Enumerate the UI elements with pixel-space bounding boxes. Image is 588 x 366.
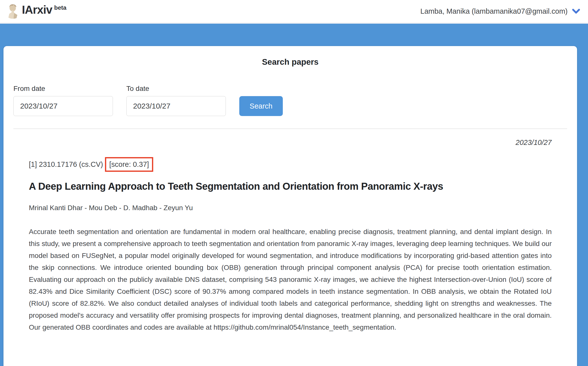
paper-id-label: [1] 2310.17176 (cs.CV) <box>29 160 103 169</box>
results-date-heading: 2023/10/27 <box>29 138 552 147</box>
search-card: Search papers From date To date Search 2… <box>3 46 577 366</box>
results-divider <box>13 128 567 129</box>
paper-entry: [1] 2310.17176 (cs.CV) [score: 0.37] A D… <box>29 157 552 333</box>
from-date-label: From date <box>13 85 113 93</box>
search-button[interactable]: Search <box>239 96 283 116</box>
app-header: IArxiv beta Lamba, Manika (lambamanika07… <box>0 0 588 22</box>
paper-title: A Deep Learning Approach to Teeth Segmen… <box>29 181 552 192</box>
to-date-label: To date <box>126 85 226 93</box>
brand-name: IArxiv <box>22 3 52 17</box>
page-background: Search papers From date To date Search 2… <box>0 24 588 366</box>
search-form: From date To date Search <box>13 85 567 116</box>
brand-beta-badge: beta <box>54 4 66 11</box>
from-date-input[interactable] <box>13 96 113 116</box>
paper-abstract: Accurate teeth segmentation and orientat… <box>29 226 552 333</box>
user-account-menu[interactable]: Lamba, Manika (lambamanika07@gmail.com) <box>420 7 581 16</box>
to-date-field: To date <box>126 85 226 116</box>
statue-bust-icon <box>5 3 19 20</box>
brand-logo[interactable]: IArxiv beta <box>5 3 66 20</box>
user-name-label: Lamba, Manika (lambamanika07@gmail.com) <box>420 7 568 15</box>
panel-title: Search papers <box>13 57 567 67</box>
chevron-down-icon <box>568 7 581 16</box>
paper-authors: Mrinal Kanti Dhar - Mou Deb - D. Madhab … <box>29 204 552 212</box>
score-highlight-box: [score: 0.37] <box>105 157 153 172</box>
to-date-input[interactable] <box>126 96 226 116</box>
paper-score-label: [score: 0.37] <box>109 160 149 168</box>
paper-meta-line: [1] 2310.17176 (cs.CV) [score: 0.37] <box>29 157 552 172</box>
from-date-field: From date <box>13 85 113 116</box>
results-section: 2023/10/27 [1] 2310.17176 (cs.CV) [score… <box>13 138 567 333</box>
